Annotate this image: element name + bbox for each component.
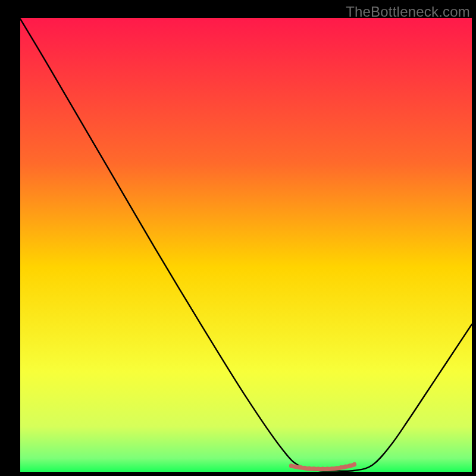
svg-point-3 xyxy=(298,465,302,469)
svg-point-15 xyxy=(353,462,356,466)
svg-point-2 xyxy=(294,464,298,468)
svg-point-5 xyxy=(308,466,311,470)
svg-point-14 xyxy=(348,464,352,467)
svg-point-12 xyxy=(339,465,343,469)
chart-svg xyxy=(0,0,476,476)
svg-point-11 xyxy=(334,466,338,469)
svg-point-4 xyxy=(303,466,306,469)
svg-point-7 xyxy=(317,466,320,470)
svg-point-13 xyxy=(343,464,347,468)
svg-point-1 xyxy=(289,464,293,467)
svg-point-6 xyxy=(312,466,315,470)
plot-background xyxy=(20,18,472,472)
watermark-text: TheBottleneck.com xyxy=(346,4,470,20)
svg-point-8 xyxy=(321,466,324,470)
svg-point-10 xyxy=(330,466,334,470)
svg-point-9 xyxy=(325,466,329,470)
chart-container: TheBottleneck.com xyxy=(0,0,476,476)
